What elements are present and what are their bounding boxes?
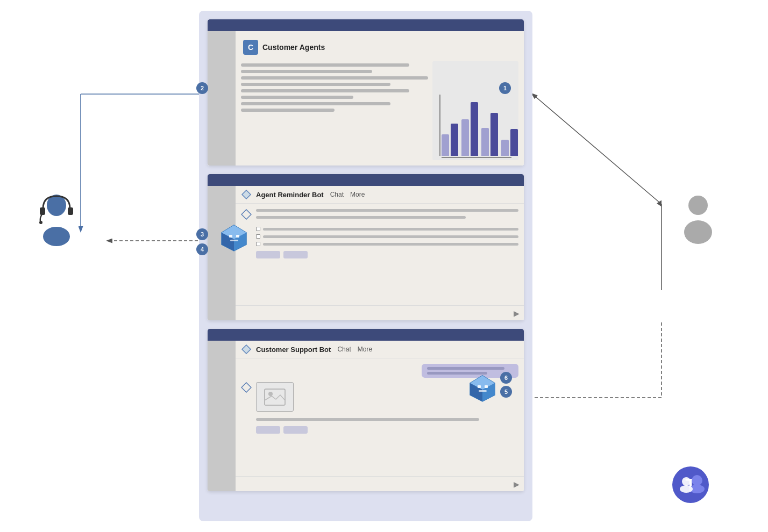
win2-btn-1[interactable]: [256, 251, 280, 258]
text-line-8: [241, 109, 335, 112]
badge-4: 4: [196, 243, 208, 255]
checkbox-3: [256, 242, 518, 246]
badge-5: 5: [500, 386, 512, 398]
svg-marker-11: [242, 190, 251, 199]
chart-axis-x: [442, 157, 511, 158]
badge-3: 3: [196, 228, 208, 240]
svg-rect-29: [230, 240, 238, 241]
svg-rect-36: [478, 385, 481, 388]
bar-group-3: [481, 113, 498, 156]
svg-point-21: [39, 221, 42, 224]
customer-support-bot-cube: [468, 373, 497, 405]
bar-group-4: [501, 129, 518, 156]
send-icon: ▶: [514, 309, 520, 318]
customer-person-icon: [677, 193, 720, 247]
bar-chart-wrap: [439, 97, 511, 158]
bar-4-dark: [510, 129, 518, 156]
svg-point-43: [682, 477, 691, 486]
win3-header: Customer Support Bot Chat More: [236, 341, 524, 358]
checkbox-line-1: [263, 228, 518, 231]
win2-tab-more[interactable]: More: [350, 191, 365, 198]
win3-tab-chat[interactable]: Chat: [337, 346, 351, 353]
bar-1-dark: [451, 124, 458, 156]
win3-btn-row: [256, 426, 518, 434]
window-agent-reminder-bot: Agent Reminder Bot Chat More: [208, 174, 524, 320]
win2-input-bar[interactable]: ▶: [236, 305, 524, 320]
bar-4-light: [501, 140, 509, 156]
image-placeholder: [256, 382, 294, 412]
checkbox-2: [256, 234, 518, 239]
win3-main: Customer Support Bot Chat More: [236, 341, 524, 491]
win2-header: Agent Reminder Bot Chat More: [236, 186, 524, 204]
bar-chart: [442, 97, 511, 156]
customer-support-bot-icon: [241, 344, 252, 355]
win1-sidebar: [208, 31, 236, 166]
win3-bot-name: Customer Support Bot: [256, 346, 331, 354]
chat-line-2: [256, 216, 466, 219]
win2-tab-chat[interactable]: Chat: [330, 191, 344, 198]
text-line-1: [241, 63, 409, 67]
text-line-5: [241, 89, 409, 92]
win2-bubble-area: [256, 209, 518, 258]
win3-btn-1[interactable]: [256, 426, 280, 434]
window-customer-agents: C Customer Agents: [208, 19, 524, 166]
svg-marker-14: [242, 345, 251, 354]
bar-2-light: [461, 119, 469, 156]
customer-person: [677, 193, 720, 247]
text-line-7: [241, 102, 390, 105]
win1-app-icon: C: [243, 40, 258, 55]
win2-chat-message: [241, 209, 518, 258]
agent-reminder-bot-cube: [219, 223, 249, 255]
text-line-4: [241, 83, 390, 86]
bubble-line-1: [427, 367, 504, 370]
svg-rect-20: [68, 207, 73, 215]
win3-chat-bot-icon: [241, 382, 252, 393]
center-panel: C Customer Agents: [199, 11, 532, 521]
teams-logo: T: [671, 465, 710, 504]
win2-btn-2[interactable]: [283, 251, 308, 258]
win2-main: Agent Reminder Bot Chat More: [236, 186, 524, 320]
window-customer-support-bot: Customer Support Bot Chat More: [208, 329, 524, 491]
svg-point-22: [43, 227, 70, 246]
win3-btn-2[interactable]: [283, 426, 308, 434]
badge-1: 1: [499, 82, 511, 94]
win1-main: C Customer Agents: [236, 31, 524, 166]
agent-bot-cube-icon: [219, 223, 249, 253]
svg-rect-38: [479, 390, 487, 392]
win2-titlebar: [208, 174, 524, 186]
main-canvas: C Customer Agents: [0, 0, 768, 532]
win3-titlebar: [208, 329, 524, 341]
win1-titlebar: [208, 19, 524, 31]
agent-headset-icon: [32, 193, 81, 247]
bar-3-dark: [490, 113, 498, 156]
svg-line-0: [532, 94, 662, 204]
checkbox-line-2: [263, 235, 518, 238]
checkbox-1: [256, 227, 518, 231]
agent-reminder-bot-icon: [241, 189, 252, 200]
chart-axis-y: [439, 95, 440, 156]
svg-marker-12: [241, 210, 251, 219]
win3-sidebar: [208, 341, 236, 491]
win2-chat-bot-icon: [241, 209, 252, 220]
svg-point-17: [268, 392, 273, 396]
win1-body: [241, 61, 518, 160]
svg-rect-27: [229, 235, 232, 238]
win2-bot-name: Agent Reminder Bot: [256, 191, 324, 199]
svg-point-41: [692, 475, 702, 486]
bar-1-light: [442, 134, 449, 156]
text-line-3: [241, 76, 428, 80]
svg-rect-28: [236, 235, 239, 238]
checkbox-box-2: [256, 234, 260, 239]
win3-tab-more[interactable]: More: [358, 346, 372, 353]
text-line-2: [241, 70, 372, 73]
svg-point-31: [684, 220, 712, 244]
checkbox-line-3: [263, 243, 518, 246]
svg-point-30: [688, 196, 708, 215]
checkbox-box-3: [256, 242, 260, 246]
win3-send-icon: ▶: [514, 480, 520, 488]
win3-input-bar[interactable]: ▶: [236, 476, 524, 491]
win2-chat-area: [236, 204, 524, 305]
win1-header: C Customer Agents: [241, 37, 518, 58]
support-bot-cube-icon: [468, 373, 497, 403]
win1-title: Customer Agents: [262, 43, 325, 52]
